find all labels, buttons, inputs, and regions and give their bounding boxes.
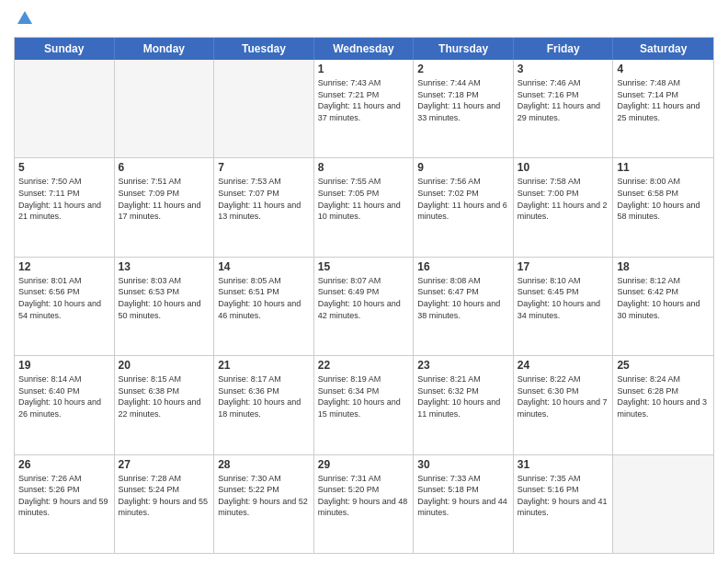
day-info: Sunrise: 8:01 AMSunset: 6:56 PMDaylight:… <box>18 275 110 321</box>
day-number: 4 <box>617 63 710 75</box>
day-info: Sunrise: 7:48 AMSunset: 7:14 PMDaylight:… <box>617 77 710 123</box>
day-number: 9 <box>417 161 509 174</box>
calendar-header: SundayMondayTuesdayWednesdayThursdayFrid… <box>15 38 713 60</box>
table-row: 2Sunrise: 7:44 AMSunset: 7:18 PMDaylight… <box>414 60 514 157</box>
calendar-week-3: 12Sunrise: 8:01 AMSunset: 6:56 PMDayligh… <box>15 258 713 356</box>
table-row: 21Sunrise: 8:17 AMSunset: 6:36 PMDayligh… <box>214 356 314 454</box>
calendar-week-5: 26Sunrise: 7:26 AMSunset: 5:26 PMDayligh… <box>15 455 713 553</box>
day-number: 31 <box>518 458 609 471</box>
day-info: Sunrise: 8:14 AMSunset: 6:40 PMDaylight:… <box>18 373 110 419</box>
table-row: 3Sunrise: 7:46 AMSunset: 7:16 PMDaylight… <box>514 60 614 157</box>
table-row: 1Sunrise: 7:43 AMSunset: 7:21 PMDaylight… <box>314 60 415 157</box>
table-row: 7Sunrise: 7:53 AMSunset: 7:07 PMDaylight… <box>214 158 314 256</box>
day-number: 20 <box>119 359 210 372</box>
table-row: 13Sunrise: 8:03 AMSunset: 6:53 PMDayligh… <box>115 258 215 355</box>
day-number: 8 <box>318 161 410 174</box>
day-info: Sunrise: 7:46 AMSunset: 7:16 PMDaylight:… <box>518 77 609 123</box>
day-number: 12 <box>18 260 110 273</box>
day-number: 3 <box>518 63 609 75</box>
day-info: Sunrise: 7:44 AMSunset: 7:18 PMDaylight:… <box>417 77 509 123</box>
day-info: Sunrise: 7:31 AMSunset: 5:20 PMDaylight:… <box>318 473 410 519</box>
table-row <box>214 60 314 157</box>
day-info: Sunrise: 7:56 AMSunset: 7:02 PMDaylight:… <box>417 176 509 222</box>
table-row: 22Sunrise: 8:19 AMSunset: 6:34 PMDayligh… <box>314 356 415 454</box>
calendar-week-1: 1Sunrise: 7:43 AMSunset: 7:21 PMDaylight… <box>15 60 713 158</box>
header <box>14 9 714 31</box>
day-info: Sunrise: 7:51 AMSunset: 7:09 PMDaylight:… <box>119 176 210 222</box>
table-row: 18Sunrise: 8:12 AMSunset: 6:42 PMDayligh… <box>613 258 713 355</box>
day-info: Sunrise: 7:43 AMSunset: 7:21 PMDaylight:… <box>318 77 410 123</box>
day-info: Sunrise: 7:55 AMSunset: 7:05 PMDaylight:… <box>318 176 410 222</box>
day-number: 15 <box>318 260 410 273</box>
logo <box>14 9 34 31</box>
day-number: 30 <box>417 458 509 471</box>
table-row: 29Sunrise: 7:31 AMSunset: 5:20 PMDayligh… <box>314 455 415 553</box>
day-info: Sunrise: 8:10 AMSunset: 6:45 PMDaylight:… <box>518 275 609 321</box>
table-row: 11Sunrise: 8:00 AMSunset: 6:58 PMDayligh… <box>613 158 713 256</box>
day-number: 11 <box>617 161 710 174</box>
day-info: Sunrise: 7:28 AMSunset: 5:24 PMDaylight:… <box>119 473 210 519</box>
day-number: 5 <box>18 161 110 174</box>
cal-header-tuesday: Tuesday <box>214 38 314 60</box>
day-number: 21 <box>218 359 310 372</box>
day-info: Sunrise: 8:15 AMSunset: 6:38 PMDaylight:… <box>119 373 210 419</box>
day-info: Sunrise: 8:00 AMSunset: 6:58 PMDaylight:… <box>617 176 710 222</box>
table-row: 30Sunrise: 7:33 AMSunset: 5:18 PMDayligh… <box>414 455 514 553</box>
table-row: 28Sunrise: 7:30 AMSunset: 5:22 PMDayligh… <box>214 455 314 553</box>
calendar-body: 1Sunrise: 7:43 AMSunset: 7:21 PMDaylight… <box>15 60 713 553</box>
table-row: 15Sunrise: 8:07 AMSunset: 6:49 PMDayligh… <box>314 258 415 355</box>
cal-header-sunday: Sunday <box>15 38 115 60</box>
table-row: 31Sunrise: 7:35 AMSunset: 5:16 PMDayligh… <box>514 455 614 553</box>
day-number: 10 <box>518 161 609 174</box>
day-number: 29 <box>318 458 410 471</box>
table-row: 14Sunrise: 8:05 AMSunset: 6:51 PMDayligh… <box>214 258 314 355</box>
calendar: SundayMondayTuesdayWednesdayThursdayFrid… <box>14 37 714 554</box>
day-number: 17 <box>518 260 609 273</box>
day-info: Sunrise: 8:12 AMSunset: 6:42 PMDaylight:… <box>617 275 710 321</box>
cal-header-thursday: Thursday <box>414 38 514 60</box>
logo-icon <box>16 9 34 28</box>
page: SundayMondayTuesdayWednesdayThursdayFrid… <box>0 0 728 563</box>
table-row: 10Sunrise: 7:58 AMSunset: 7:00 PMDayligh… <box>514 158 614 256</box>
cal-header-monday: Monday <box>115 38 215 60</box>
day-info: Sunrise: 7:53 AMSunset: 7:07 PMDaylight:… <box>218 176 310 222</box>
day-number: 19 <box>18 359 110 372</box>
table-row: 20Sunrise: 8:15 AMSunset: 6:38 PMDayligh… <box>115 356 215 454</box>
table-row: 19Sunrise: 8:14 AMSunset: 6:40 PMDayligh… <box>15 356 115 454</box>
table-row: 5Sunrise: 7:50 AMSunset: 7:11 PMDaylight… <box>15 158 115 256</box>
day-number: 23 <box>417 359 509 372</box>
day-info: Sunrise: 8:07 AMSunset: 6:49 PMDaylight:… <box>318 275 410 321</box>
table-row: 27Sunrise: 7:28 AMSunset: 5:24 PMDayligh… <box>115 455 215 553</box>
day-number: 1 <box>318 63 410 75</box>
table-row <box>15 60 115 157</box>
day-info: Sunrise: 7:33 AMSunset: 5:18 PMDaylight:… <box>417 473 509 519</box>
calendar-week-4: 19Sunrise: 8:14 AMSunset: 6:40 PMDayligh… <box>15 356 713 454</box>
table-row <box>115 60 215 157</box>
day-info: Sunrise: 8:21 AMSunset: 6:32 PMDaylight:… <box>417 373 509 419</box>
day-info: Sunrise: 8:22 AMSunset: 6:30 PMDaylight:… <box>518 373 609 419</box>
table-row: 8Sunrise: 7:55 AMSunset: 7:05 PMDaylight… <box>314 158 415 256</box>
table-row: 4Sunrise: 7:48 AMSunset: 7:14 PMDaylight… <box>613 60 713 157</box>
day-number: 28 <box>218 458 310 471</box>
day-number: 25 <box>617 359 710 372</box>
day-info: Sunrise: 8:03 AMSunset: 6:53 PMDaylight:… <box>119 275 210 321</box>
table-row: 24Sunrise: 8:22 AMSunset: 6:30 PMDayligh… <box>514 356 614 454</box>
table-row: 9Sunrise: 7:56 AMSunset: 7:02 PMDaylight… <box>414 158 514 256</box>
day-info: Sunrise: 8:24 AMSunset: 6:28 PMDaylight:… <box>617 373 710 419</box>
day-number: 24 <box>518 359 609 372</box>
day-number: 22 <box>318 359 410 372</box>
table-row: 16Sunrise: 8:08 AMSunset: 6:47 PMDayligh… <box>414 258 514 355</box>
table-row: 17Sunrise: 8:10 AMSunset: 6:45 PMDayligh… <box>514 258 614 355</box>
cal-header-friday: Friday <box>514 38 614 60</box>
day-number: 13 <box>119 260 210 273</box>
day-info: Sunrise: 8:08 AMSunset: 6:47 PMDaylight:… <box>417 275 509 321</box>
day-info: Sunrise: 7:26 AMSunset: 5:26 PMDaylight:… <box>18 473 110 519</box>
table-row: 25Sunrise: 8:24 AMSunset: 6:28 PMDayligh… <box>613 356 713 454</box>
day-number: 7 <box>218 161 310 174</box>
cal-header-wednesday: Wednesday <box>314 38 415 60</box>
day-info: Sunrise: 7:50 AMSunset: 7:11 PMDaylight:… <box>18 176 110 222</box>
table-row: 26Sunrise: 7:26 AMSunset: 5:26 PMDayligh… <box>15 455 115 553</box>
day-number: 2 <box>417 63 509 75</box>
table-row: 23Sunrise: 8:21 AMSunset: 6:32 PMDayligh… <box>414 356 514 454</box>
day-info: Sunrise: 7:30 AMSunset: 5:22 PMDaylight:… <box>218 473 310 519</box>
